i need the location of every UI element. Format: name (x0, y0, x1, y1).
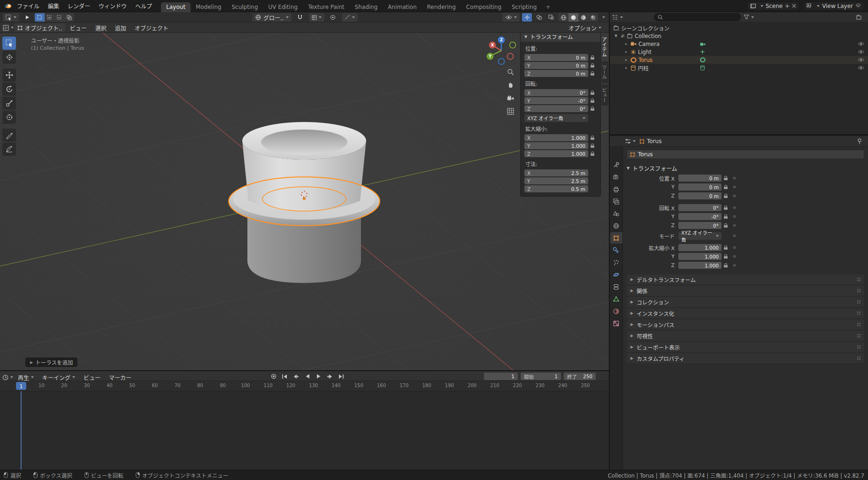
tool-select-box[interactable] (2, 37, 16, 50)
tool-scale[interactable] (2, 97, 16, 110)
dimensions-z-field[interactable]: Z0.5 m (524, 185, 588, 192)
workspace-tab-shading[interactable]: Shading (350, 2, 383, 12)
menu-select[interactable]: 選択 (92, 23, 110, 33)
outliner-row-collection[interactable]: ▼ ✓ Collection (610, 32, 868, 40)
active-tool-dropdown[interactable] (3, 13, 19, 22)
next-keyframe-button[interactable] (325, 372, 335, 381)
auto-keyframe-toggle[interactable] (269, 372, 278, 381)
rotation-mode-dropdown[interactable]: XYZ オイラー角 (524, 114, 588, 122)
rotation-x-field[interactable]: X0° (524, 89, 588, 96)
workspace-tab-uv-editing[interactable]: UV Editing (263, 2, 303, 12)
tool-measure[interactable] (2, 143, 16, 156)
workspace-tab-animation[interactable]: Animation (383, 2, 422, 12)
menu-view[interactable]: ビュー (66, 23, 91, 33)
tool-annotate[interactable] (2, 129, 16, 142)
panel-relations[interactable]: ▶ 関係 (627, 286, 864, 296)
location-x-field[interactable]: 0 m (678, 175, 722, 182)
scale-y-lock[interactable] (588, 144, 597, 148)
jump-to-start-button[interactable] (280, 372, 290, 381)
editor-type-properties[interactable] (625, 137, 636, 145)
mode-dropdown[interactable]: オブジェクト.. (15, 23, 65, 32)
camera-expand-icon[interactable]: ▸ (624, 42, 629, 46)
rotation-z-field[interactable]: 0° (678, 222, 722, 229)
scale-z-field[interactable]: 1.000 (678, 262, 722, 269)
scale-x-field[interactable]: 1.000 (678, 244, 722, 251)
tab-view-layer[interactable] (610, 196, 622, 207)
dimensions-y-field[interactable]: Y2.5 m (524, 177, 588, 184)
menu-window[interactable]: ウィンドウ (94, 0, 131, 12)
camera-hide-toggle[interactable] (858, 42, 864, 46)
shading-wireframe[interactable] (559, 13, 568, 22)
transform-panel-header[interactable]: ▼ トランスフォーム (627, 163, 864, 173)
rotation-mode-dropdown[interactable]: XYZ オイラー角 (678, 232, 722, 240)
new-scene-icon[interactable] (785, 4, 790, 8)
workspace-tab-scripting[interactable]: Scripting (507, 2, 542, 12)
scale-z-lock[interactable] (722, 263, 730, 267)
rotation-x-field[interactable]: 0° (678, 204, 722, 211)
scale-x-lock[interactable] (722, 245, 730, 250)
scale-y-field[interactable]: 1.000 (678, 253, 722, 260)
scale-z-lock[interactable] (588, 152, 597, 156)
scale-y-field[interactable]: Y1.000 (524, 142, 588, 149)
panel-visibility[interactable]: ▶ 可視性 (627, 331, 864, 341)
shading-rendered[interactable] (588, 13, 598, 22)
options-dropdown[interactable]: オプション (565, 23, 605, 33)
playhead-current-frame[interactable]: 1 (16, 382, 26, 390)
select-mode-new[interactable] (35, 13, 45, 22)
location-z-lock[interactable] (588, 71, 597, 76)
animate-dot[interactable] (733, 246, 736, 249)
scale-x-lock[interactable] (588, 136, 597, 140)
panel-instancing[interactable]: ▶ インスタンス化 (627, 308, 864, 318)
play-button[interactable] (314, 372, 323, 381)
rotation-y-field[interactable]: -0° (678, 213, 722, 220)
operator-panel-collapsed[interactable]: ▶ トーラスを追加 (25, 358, 77, 367)
snap-target-dropdown[interactable] (309, 13, 324, 22)
menu-add[interactable]: 追加 (111, 23, 130, 33)
panel-collections[interactable]: ▶ コレクション (627, 297, 864, 307)
collection-expand-icon[interactable]: ▼ (614, 34, 618, 38)
outliner-row-torus[interactable]: ▸ Torus (610, 56, 868, 64)
tab-scene[interactable] (610, 208, 622, 219)
frame-end-field[interactable]: 終了 250 (564, 373, 596, 380)
rotation-y-lock[interactable] (588, 99, 597, 103)
tab-physics[interactable] (610, 269, 622, 280)
tool-transform[interactable] (2, 111, 16, 124)
animate-dot[interactable] (733, 224, 736, 227)
editor-type-3d-viewport[interactable] (3, 23, 14, 32)
shading-material[interactable] (578, 13, 588, 22)
panel-custom-properties[interactable]: ▶ カスタムプロパティ (627, 353, 864, 363)
rotation-z-field[interactable]: Z0° (524, 105, 588, 112)
tab-object-data[interactable] (610, 293, 622, 305)
ortho-toggle-button[interactable] (505, 106, 515, 116)
timeline-ruler[interactable]: 1102030405060708090100110120130140150160… (0, 381, 609, 391)
layers-icon[interactable] (855, 3, 861, 8)
scene-selector[interactable]: Scene (747, 1, 800, 11)
unlink-scene-icon[interactable] (792, 4, 796, 8)
sidebar-tab-view[interactable]: ビュー (601, 84, 608, 106)
rotation-x-lock[interactable] (722, 206, 730, 210)
tab-modifiers[interactable] (610, 244, 622, 256)
object-name-field[interactable]: Torus (627, 150, 864, 159)
new-collection-button[interactable] (854, 13, 864, 22)
menu-edit[interactable]: 編集 (44, 0, 63, 12)
location-x-lock[interactable] (588, 55, 597, 60)
jump-to-end-button[interactable] (336, 372, 346, 381)
sidebar-tab-item[interactable]: アイテム (601, 34, 608, 60)
transform-orientation-dropdown[interactable]: グロー.. (253, 13, 292, 22)
zoom-button[interactable] (505, 67, 515, 77)
dimensions-x-field[interactable]: X2.5 m (524, 169, 588, 176)
animate-dot[interactable] (733, 195, 736, 197)
outliner-row-light[interactable]: ▸ Light (610, 48, 868, 56)
select-mode-intersect[interactable] (64, 13, 74, 22)
rotation-x-lock[interactable] (588, 91, 597, 95)
outliner-row-scene-collection[interactable]: シーンコレクション (610, 24, 868, 32)
cylinder-hide-toggle[interactable] (858, 66, 864, 70)
location-y-lock[interactable] (722, 185, 730, 189)
location-y-lock[interactable] (588, 63, 597, 68)
sidebar-tab-tool[interactable]: ツール (601, 61, 608, 83)
scale-z-field[interactable]: Z1.000 (524, 150, 588, 157)
snap-toggle[interactable] (295, 13, 305, 22)
tab-object[interactable] (610, 232, 622, 244)
prev-keyframe-button[interactable] (291, 372, 301, 381)
rotation-y-field[interactable]: Y-0° (524, 97, 588, 104)
